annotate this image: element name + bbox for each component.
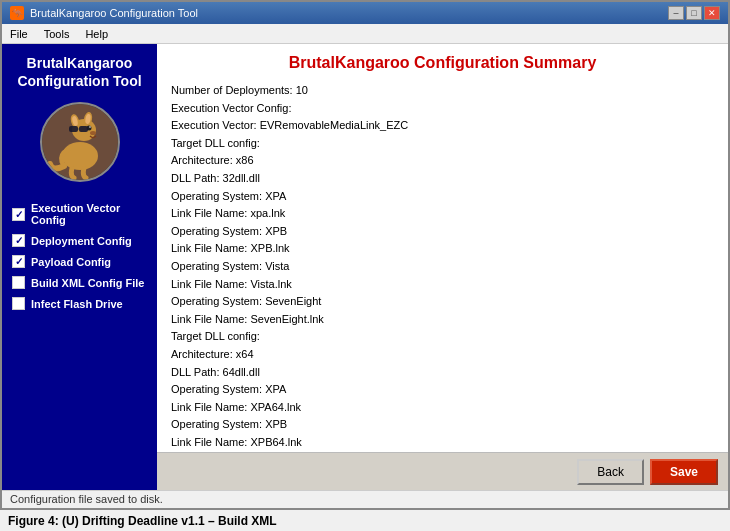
content-title: BrutalKangaroo Configuration Summary	[171, 54, 714, 72]
svg-point-9	[90, 131, 96, 135]
menu-bar: File Tools Help	[2, 24, 728, 44]
line-11: Link File Name: Vista.lnk	[171, 276, 714, 294]
nav-execution-vector-label: Execution Vector Config	[31, 202, 147, 226]
line-17: Operating System: XPA	[171, 381, 714, 399]
line-19: Operating System: XPB	[171, 416, 714, 434]
line-10: Operating System: Vista	[171, 258, 714, 276]
nav-payload-config-label: Payload Config	[31, 256, 111, 268]
nav-build-xml-label: Build XML Config File	[31, 277, 144, 289]
save-button[interactable]: Save	[650, 459, 718, 485]
window-title: BrutalKangaroo Configuration Tool	[30, 7, 198, 19]
nav-payload-config[interactable]: Payload Config	[10, 253, 149, 270]
menu-file[interactable]: File	[6, 26, 32, 42]
nav-deployment-config-label: Deployment Config	[31, 235, 132, 247]
line-20: Link File Name: XPB64.lnk	[171, 434, 714, 452]
line-4: Architecture: x86	[171, 152, 714, 170]
svg-rect-10	[79, 126, 88, 132]
line-7: Link File Name: xpa.lnk	[171, 205, 714, 223]
close-button[interactable]: ✕	[704, 6, 720, 20]
content-panel: BrutalKangaroo Configuration Summary Num…	[157, 44, 728, 490]
main-content: BrutalKangarooConfiguration Tool	[2, 44, 728, 490]
minimize-button[interactable]: –	[668, 6, 684, 20]
line-6: Operating System: XPA	[171, 188, 714, 206]
checkbox-build-xml[interactable]	[12, 276, 25, 289]
sidebar-nav: Execution Vector Config Deployment Confi…	[10, 200, 149, 312]
line-16: DLL Path: 64dll.dll	[171, 364, 714, 382]
back-button[interactable]: Back	[577, 459, 644, 485]
sidebar: BrutalKangarooConfiguration Tool	[2, 44, 157, 490]
checkbox-infect-flash[interactable]	[12, 297, 25, 310]
line-0: Number of Deployments: 10	[171, 82, 714, 100]
window-controls: – □ ✕	[668, 6, 720, 20]
svg-point-8	[89, 127, 91, 129]
sidebar-title: BrutalKangarooConfiguration Tool	[17, 54, 141, 90]
line-5: DLL Path: 32dll.dll	[171, 170, 714, 188]
line-14: Target DLL config:	[171, 328, 714, 346]
config-summary-text: Number of Deployments: 10 Execution Vect…	[171, 82, 714, 452]
title-bar: 🦘 BrutalKangaroo Configuration Tool – □ …	[2, 2, 728, 24]
svg-rect-11	[69, 126, 78, 132]
nav-deployment-config[interactable]: Deployment Config	[10, 232, 149, 249]
line-18: Link File Name: XPA64.lnk	[171, 399, 714, 417]
line-3: Target DLL config:	[171, 135, 714, 153]
nav-execution-vector[interactable]: Execution Vector Config	[10, 200, 149, 228]
nav-build-xml[interactable]: Build XML Config File	[10, 274, 149, 291]
nav-infect-flash[interactable]: Infect Flash Drive	[10, 295, 149, 312]
maximize-button[interactable]: □	[686, 6, 702, 20]
menu-tools[interactable]: Tools	[40, 26, 74, 42]
checkbox-payload-config[interactable]	[12, 255, 25, 268]
checkbox-execution-vector[interactable]	[12, 208, 25, 221]
svg-point-1	[62, 142, 98, 170]
avatar	[40, 102, 120, 182]
line-2: Execution Vector: EVRemovableMediaLink_E…	[171, 117, 714, 135]
line-1: Execution Vector Config:	[171, 100, 714, 118]
line-9: Link File Name: XPB.lnk	[171, 240, 714, 258]
content-scroll-area[interactable]: BrutalKangaroo Configuration Summary Num…	[157, 44, 728, 452]
status-bar: Configuration file saved to disk.	[2, 490, 728, 508]
button-bar: Back Save	[157, 452, 728, 490]
status-text: Configuration file saved to disk.	[10, 493, 163, 505]
app-icon: 🦘	[10, 6, 24, 20]
line-8: Operating System: XPB	[171, 223, 714, 241]
line-15: Architecture: x64	[171, 346, 714, 364]
menu-help[interactable]: Help	[81, 26, 112, 42]
line-12: Operating System: SevenEight	[171, 293, 714, 311]
nav-infect-flash-label: Infect Flash Drive	[31, 298, 123, 310]
checkbox-deployment-config[interactable]	[12, 234, 25, 247]
line-13: Link File Name: SevenEight.lnk	[171, 311, 714, 329]
figure-caption: Figure 4: (U) Drifting Deadline v1.1 – B…	[0, 510, 730, 531]
